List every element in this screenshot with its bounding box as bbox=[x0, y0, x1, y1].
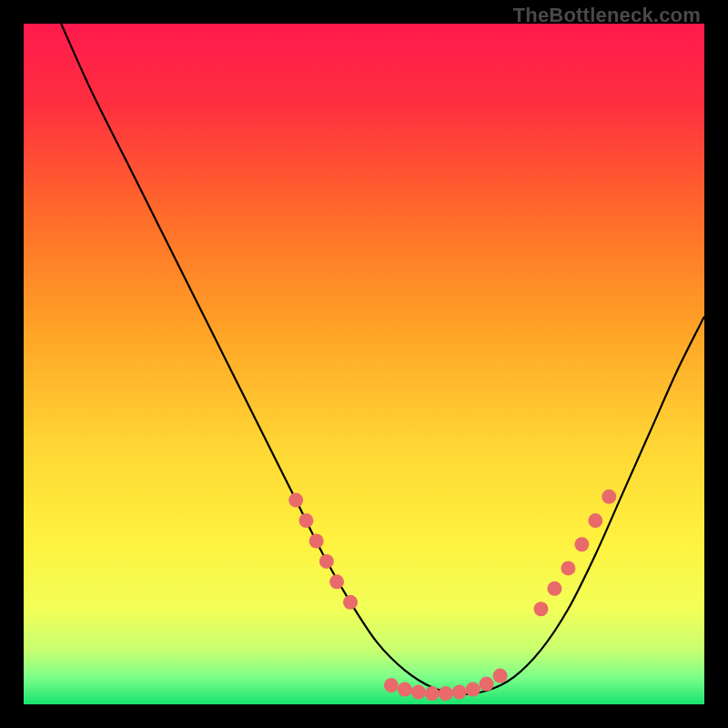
chart-frame: TheBottleneck.com bbox=[0, 0, 728, 728]
curve-marker-dot bbox=[298, 513, 313, 528]
curve-marker-dot bbox=[602, 490, 616, 504]
curve-marker-dot bbox=[329, 574, 344, 589]
curve-marker-dot bbox=[574, 537, 589, 551]
curve-marker-dot bbox=[452, 685, 467, 700]
curve-marker-dot bbox=[319, 554, 334, 569]
curve-marker-dot bbox=[561, 561, 575, 575]
curve-marker-dot bbox=[384, 678, 399, 693]
curve-marker-dot bbox=[466, 682, 480, 697]
curve-marker-dot bbox=[533, 602, 548, 616]
curve-marker-dot bbox=[439, 686, 453, 701]
curve-marker-dot bbox=[309, 533, 324, 548]
curve-marker-dot bbox=[547, 581, 561, 596]
curve-marker-dot bbox=[288, 493, 303, 508]
plot-area bbox=[24, 24, 704, 704]
curve-marker-dot bbox=[493, 669, 508, 683]
curve-marker-dot bbox=[480, 677, 494, 692]
curve-marker-dot bbox=[411, 685, 426, 700]
gradient-background bbox=[24, 24, 704, 704]
curve-marker-dot bbox=[398, 682, 412, 697]
curve-marker-dot bbox=[425, 686, 440, 701]
curve-marker-dot bbox=[588, 513, 602, 528]
chart-svg bbox=[24, 24, 704, 704]
curve-marker-dot bbox=[343, 595, 358, 610]
